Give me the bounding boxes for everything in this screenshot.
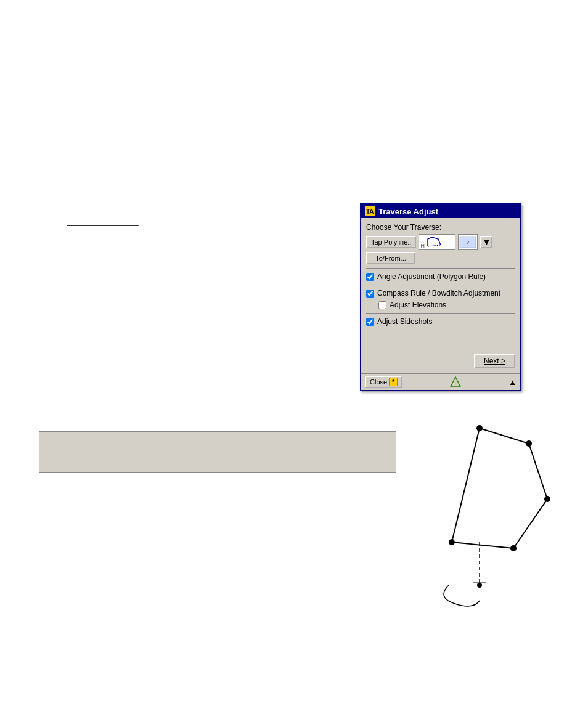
angle-adjustment-row: Angle Adjustment (Polygon Rule) <box>366 272 515 281</box>
adjust-elevations-label: Adjust Elevations <box>390 301 446 309</box>
svg-text:V: V <box>467 240 470 245</box>
divider-1 <box>366 268 515 269</box>
divider-3 <box>366 313 515 314</box>
close-button-area[interactable]: Close * <box>365 376 402 388</box>
svg-point-12 <box>510 545 517 551</box>
dash-text: _ <box>113 270 117 278</box>
h-label: H <box>420 243 425 249</box>
svg-text:!: ! <box>455 381 457 387</box>
spacer <box>366 329 515 347</box>
angle-adjustment-label: Angle Adjustment (Polygon Rule) <box>377 272 486 281</box>
svg-text:TA: TA <box>366 208 374 215</box>
dialog-title: Traverse Adjust <box>378 207 438 216</box>
svg-point-9 <box>476 425 483 431</box>
choose-traverse-label: Choose Your Traverse: <box>366 223 515 232</box>
traverse-bottom-row: To/From... <box>366 252 515 264</box>
divider-2 <box>366 285 515 285</box>
compass-rule-row: Compass Rule / Bowditch Adjustment <box>366 289 515 298</box>
close-label: Close <box>370 378 387 386</box>
adjust-elevations-row: Adjust Elevations <box>378 301 515 309</box>
dialog-body: Choose Your Traverse: Tap Polyline.. H V… <box>361 218 520 373</box>
adjust-elevations-checkbox[interactable] <box>378 301 386 309</box>
traverse-adjust-dialog: TA Traverse Adjust Choose Your Traverse:… <box>360 203 521 391</box>
compass-rule-checkbox[interactable] <box>366 290 374 298</box>
svg-point-13 <box>449 539 455 545</box>
traverse-top-row: Tap Polyline.. H V ▼ <box>366 234 515 250</box>
next-button-area: Next > <box>366 347 515 368</box>
traverse-preview-v: V <box>458 234 478 250</box>
adjust-sideshots-row: Adjust Sideshots <box>366 317 515 326</box>
next-button[interactable]: Next > <box>474 354 515 368</box>
expand-button[interactable]: ▼ <box>480 236 492 248</box>
dialog-footer: Close * ! ▲ <box>361 373 520 390</box>
dialog-title-icon: TA <box>365 206 375 216</box>
tap-polyline-button[interactable]: Tap Polyline.. <box>366 236 416 248</box>
svg-point-11 <box>544 496 550 502</box>
adjust-sideshots-checkbox[interactable] <box>366 318 374 326</box>
underline-text: ________________ <box>67 217 139 226</box>
gray-highlight-box <box>39 431 396 473</box>
scroll-arrow[interactable]: ▲ <box>508 378 517 387</box>
traverse-preview-h: H <box>419 234 455 250</box>
compass-rule-label: Compass Rule / Bowditch Adjustment <box>377 289 500 298</box>
dialog-titlebar: TA Traverse Adjust <box>361 205 520 218</box>
footer-icon: ! <box>449 376 462 388</box>
polygon-diagram <box>399 419 584 616</box>
close-star: * <box>389 378 398 386</box>
svg-marker-7 <box>452 428 547 548</box>
adjust-sideshots-label: Adjust Sideshots <box>377 317 432 326</box>
svg-point-10 <box>526 440 532 447</box>
svg-line-2 <box>428 245 441 246</box>
svg-point-14 <box>477 583 482 588</box>
to-from-button[interactable]: To/From... <box>366 252 415 264</box>
angle-adjustment-checkbox[interactable] <box>366 273 374 281</box>
